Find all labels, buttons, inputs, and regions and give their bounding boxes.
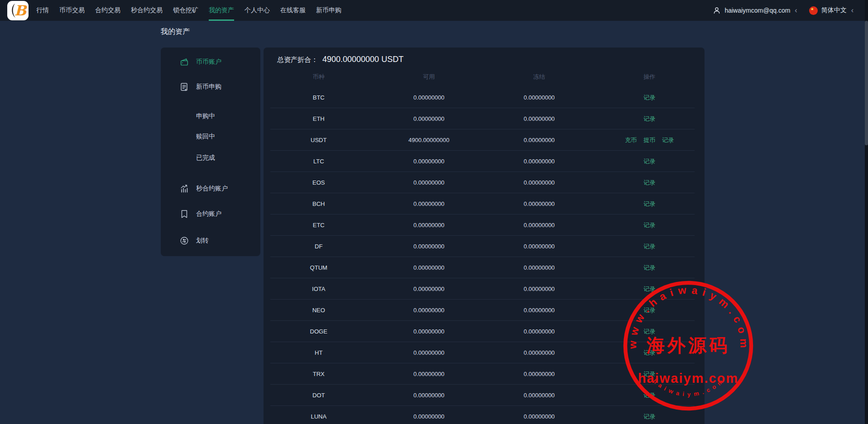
available-amount: 0.00000000 [374,264,484,271]
coin-name: USDT [264,137,374,143]
language-label: 简体中文 [821,6,847,14]
record-link[interactable]: 记录 [643,328,655,336]
record-link[interactable]: 记录 [643,349,655,357]
frozen-amount: 0.00000000 [484,179,595,186]
frozen-amount: 0.00000000 [484,328,595,335]
frozen-amount: 0.00000000 [484,264,595,271]
available-amount: 0.00000000 [374,328,484,335]
record-link[interactable]: 记录 [643,94,655,102]
frozen-amount: 0.00000000 [484,349,595,356]
sidebar-item-spot-account[interactable]: 币币账户 [161,55,260,69]
sidebar-item-new-coin-subscribe[interactable]: ¥新币申购 [161,80,260,94]
record-link[interactable]: 记录 [643,243,655,251]
available-amount: 0.00000000 [374,94,484,101]
contract-icon [179,209,190,219]
total-assets-line: 总资产折合：4900.00000000 USDT [264,48,705,64]
wallet-icon [179,57,190,67]
table-header-row: 币种可用冻结操作 [264,67,705,87]
table-row-btc: BTC0.000000000.00000000记录 [264,87,705,108]
nav-item-online-service[interactable]: 在线客服 [280,0,306,21]
language-dropdown[interactable]: ★ 简体中文 ‹ [809,6,854,15]
table-row-luna: LUNA0.000000000.00000000记录 [264,406,705,424]
column-header: 操作 [595,73,705,81]
sidebar-item-subscribing[interactable]: 申购中 [161,110,260,123]
table-row-ltc: LTC0.000000000.00000000记录 [264,151,705,172]
row-actions: 充币提币记录 [595,136,705,144]
sidebar-item-label: 币币账户 [196,58,221,66]
record-link[interactable]: 记录 [643,306,655,314]
sidebar-item-transfer[interactable]: 划转 [161,234,260,248]
row-actions: 记录 [595,285,705,293]
frozen-amount: 0.00000000 [484,243,595,250]
nav-item-market[interactable]: 行情 [36,0,49,21]
record-link[interactable]: 记录 [643,179,655,187]
table-row-usdt: USDT4900.000000000.00000000充币提币记录 [264,129,705,151]
record-link[interactable]: 记录 [643,285,655,293]
coin-name: ETH [264,115,374,122]
user-account-dropdown[interactable]: haiwaiymcom@qq.com ‹ [713,6,797,14]
nav-item-personal-center[interactable]: 个人中心 [245,0,270,21]
record-link[interactable]: 记录 [643,200,655,208]
withdraw-link[interactable]: 提币 [643,136,655,144]
coin-name: DOT [264,392,374,399]
available-amount: 0.00000000 [374,179,484,186]
record-link[interactable]: 记录 [643,157,655,166]
sidebar-item-completed[interactable]: 已完成 [161,151,260,165]
sidebar-item-label: 已完成 [196,154,215,162]
nav-item-lockup-mining[interactable]: 锁仓挖矿 [173,0,198,21]
brand-logo[interactable]: B [7,1,29,20]
row-actions: 记录 [595,306,705,314]
record-link[interactable]: 记录 [662,136,674,144]
available-amount: 0.00000000 [374,243,484,250]
row-actions: 记录 [595,157,705,166]
available-amount: 0.00000000 [374,222,484,229]
deposit-link[interactable]: 充币 [625,136,637,144]
table-row-doge: DOGE0.000000000.00000000记录 [264,321,705,342]
record-link[interactable]: 记录 [643,413,655,421]
record-link[interactable]: 记录 [643,391,655,400]
row-actions: 记录 [595,349,705,357]
scrollbar-thumb[interactable] [865,21,868,145]
frozen-amount: 0.00000000 [484,158,595,165]
available-amount: 0.00000000 [374,286,484,292]
china-flag-icon: ★ [809,6,818,15]
table-row-iota: IOTA0.000000000.00000000记录 [264,278,705,300]
sidebar-item-seconds-contract-account[interactable]: 秒合约账户 [161,182,260,195]
available-amount: 4900.00000000 [374,137,484,143]
page-title: 我的资产 [161,27,190,37]
available-amount: 0.00000000 [374,413,484,420]
nav-items: 行情币币交易合约交易秒合约交易锁仓挖矿我的资产个人中心在线客服新币申购 [36,0,341,21]
table-row-df: DF0.000000000.00000000记录 [264,236,705,257]
frozen-amount: 0.00000000 [484,286,595,292]
nav-item-my-assets[interactable]: 我的资产 [209,0,234,21]
frozen-amount: 0.00000000 [484,222,595,229]
nav-item-new-coin-subscribe[interactable]: 新币申购 [316,0,341,21]
record-link[interactable]: 记录 [643,264,655,272]
total-assets-label: 总资产折合： [277,56,318,63]
coin-name: EOS [264,179,374,186]
coin-name: ETC [264,222,374,229]
nav-item-spot-trade[interactable]: 币币交易 [59,0,85,21]
frozen-amount: 0.00000000 [484,115,595,122]
sidebar-item-redeeming[interactable]: 赎回中 [161,130,260,143]
record-link[interactable]: 记录 [643,370,655,378]
scrollbar-track[interactable] [865,0,868,424]
available-amount: 0.00000000 [374,392,484,399]
chevron-icon: ‹ [795,7,797,14]
available-amount: 0.00000000 [374,349,484,356]
table-row-neo: NEO0.000000000.00000000记录 [264,300,705,321]
record-link[interactable]: 记录 [643,115,655,123]
frozen-amount: 0.00000000 [484,200,595,207]
nav-item-contract-trade[interactable]: 合约交易 [95,0,120,21]
coin-name: BCH [264,200,374,207]
total-assets-value: 4900.00000000 USDT [322,55,403,64]
frozen-amount: 0.00000000 [484,94,595,101]
record-link[interactable]: 记录 [643,221,655,229]
frozen-amount: 0.00000000 [484,413,595,420]
sidebar-item-label: 划转 [196,237,209,245]
coin-name: BTC [264,94,374,101]
nav-item-seconds-contract-trade[interactable]: 秒合约交易 [131,0,163,21]
sidebar-item-contract-account[interactable]: 合约账户 [161,207,260,221]
logo-b-icon: B [7,1,29,20]
row-actions: 记录 [595,370,705,378]
